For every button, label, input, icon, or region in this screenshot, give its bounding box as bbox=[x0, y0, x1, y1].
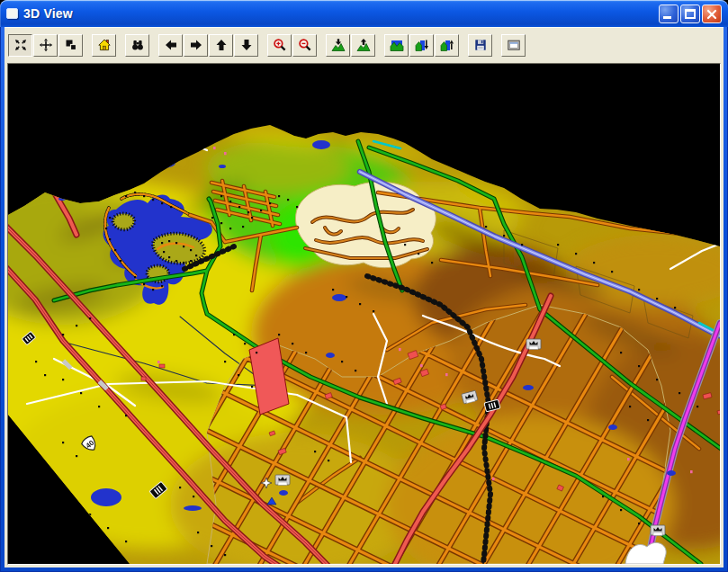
find-button[interactable] bbox=[125, 34, 149, 57]
arrow-left-icon bbox=[164, 38, 178, 52]
window-icon bbox=[6, 8, 18, 19]
3d-view-window: 3D View bbox=[0, 0, 728, 572]
home-icon bbox=[97, 38, 112, 52]
elevation-up-icon bbox=[356, 38, 371, 52]
water-down-button[interactable] bbox=[409, 34, 434, 57]
crown-shield bbox=[526, 339, 541, 349]
zoom-in-button[interactable] bbox=[267, 34, 292, 57]
pan-icon bbox=[39, 38, 53, 52]
water-up-icon bbox=[440, 38, 454, 52]
layers-icon bbox=[64, 38, 78, 52]
map-frame: 40 bbox=[7, 63, 721, 565]
water-level-icon bbox=[390, 38, 404, 52]
water-level-button[interactable] bbox=[384, 34, 409, 57]
minimize-button[interactable] bbox=[659, 4, 679, 23]
minimize-icon bbox=[663, 16, 671, 19]
snapshot-icon bbox=[507, 38, 521, 52]
elevation-down-button[interactable] bbox=[326, 34, 350, 57]
move-right-button[interactable] bbox=[184, 34, 208, 57]
crown-shield bbox=[651, 525, 665, 535]
zoom-in-icon bbox=[273, 38, 287, 52]
window-controls bbox=[659, 4, 722, 23]
close-icon bbox=[703, 5, 721, 23]
snapshot-button[interactable] bbox=[501, 34, 526, 57]
zoom-out-button[interactable] bbox=[292, 34, 317, 57]
screenshot-root: 3D View bbox=[0, 0, 728, 572]
rotate-view-button[interactable] bbox=[8, 34, 32, 57]
window-title: 3D View bbox=[23, 6, 73, 21]
move-up-button[interactable] bbox=[209, 34, 233, 57]
urban-area-subdivision bbox=[296, 182, 436, 268]
window-client-area: 40 bbox=[4, 27, 724, 568]
arrow-right-icon bbox=[189, 38, 203, 52]
binoculars-icon bbox=[130, 38, 145, 52]
arrow-up-icon bbox=[214, 38, 229, 52]
save-icon bbox=[473, 38, 488, 52]
display-mode-button[interactable] bbox=[58, 34, 83, 57]
toolbar bbox=[4, 27, 724, 63]
home-view-button[interactable] bbox=[92, 34, 116, 57]
water-down-icon bbox=[415, 38, 429, 52]
arrow-down-icon bbox=[239, 38, 254, 52]
maximize-icon bbox=[685, 9, 696, 19]
close-button[interactable] bbox=[702, 4, 722, 23]
rotate-view-icon bbox=[13, 38, 28, 52]
titlebar[interactable]: 3D View bbox=[0, 0, 728, 27]
water-up-button[interactable] bbox=[435, 34, 459, 57]
maximize-button[interactable] bbox=[680, 4, 700, 23]
pan-button[interactable] bbox=[33, 34, 58, 57]
move-left-button[interactable] bbox=[158, 34, 183, 57]
elevation-up-button[interactable] bbox=[351, 34, 375, 57]
elevation-down-icon bbox=[331, 38, 346, 52]
crown-shield bbox=[275, 475, 290, 485]
3d-terrain-map-view[interactable]: 40 bbox=[8, 64, 720, 564]
zoom-out-icon bbox=[298, 38, 312, 52]
move-down-button[interactable] bbox=[234, 34, 258, 57]
save-button[interactable] bbox=[468, 34, 492, 57]
